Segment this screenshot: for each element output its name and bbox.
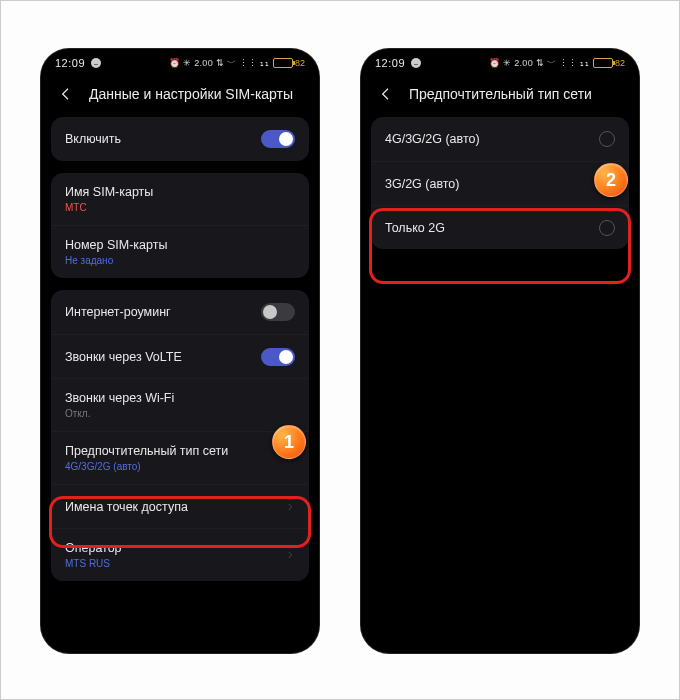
status-time: 12:09 <box>375 57 405 69</box>
toggle-enable[interactable] <box>261 130 295 148</box>
dnd-icon: – <box>91 58 101 68</box>
back-arrow-icon[interactable] <box>57 85 75 103</box>
toggle-volte[interactable] <box>261 348 295 366</box>
sim-name-value: МТС <box>65 202 295 213</box>
sim-number-label: Номер SIM-карты <box>65 238 295 252</box>
status-bar: 12:09 – ⏰ ✳ 2.00 ⇅ ﹀ ⋮⋮ ₁₁ 82 <box>361 49 639 77</box>
callout-badge-1: 1 <box>272 425 306 459</box>
status-indicators: ⏰ ✳ 2.00 ⇅ ﹀ ⋮⋮ ₁₁ <box>489 57 589 70</box>
net-type-label: Предпочтительный тип сети <box>65 444 285 458</box>
status-time: 12:09 <box>55 57 85 69</box>
page-title: Данные и настройки SIM-карты <box>89 86 293 102</box>
row-opt-3g[interactable]: 3G/2G (авто) <box>371 161 629 205</box>
battery-indicator: 82 <box>273 58 305 68</box>
row-opt-4g[interactable]: 4G/3G/2G (авто) <box>371 117 629 161</box>
wifi-calls-value: Откл. <box>65 408 295 419</box>
dnd-icon: – <box>411 58 421 68</box>
radio-4g[interactable] <box>599 131 615 147</box>
roaming-label: Интернет-роуминг <box>65 305 261 319</box>
radio-2g[interactable] <box>599 220 615 236</box>
row-wifi-calls[interactable]: Звонки через Wi-Fi Откл. <box>51 378 309 431</box>
sim-number-value: Не задано <box>65 255 295 266</box>
group-network: Интернет-роуминг Звонки через VoLTE Звон… <box>51 290 309 581</box>
toggle-roaming[interactable] <box>261 303 295 321</box>
row-sim-number[interactable]: Номер SIM-карты Не задано <box>51 225 309 278</box>
chevron-right-icon <box>285 498 295 516</box>
group-net-options: 4G/3G/2G (авто) 3G/2G (авто) Только 2G <box>371 117 629 249</box>
apn-label: Имена точек доступа <box>65 500 285 514</box>
back-arrow-icon[interactable] <box>377 85 395 103</box>
group-enable: Включить <box>51 117 309 161</box>
status-indicators: ⏰ ✳ 2.00 ⇅ ﹀ ⋮⋮ ₁₁ <box>169 57 269 70</box>
opt-4g-label: 4G/3G/2G (авто) <box>385 132 599 146</box>
row-volte[interactable]: Звонки через VoLTE <box>51 334 309 378</box>
page-header: Данные и настройки SIM-карты <box>41 77 319 117</box>
enable-label: Включить <box>65 132 261 146</box>
operator-label: Оператор <box>65 541 285 555</box>
row-apn[interactable]: Имена точек доступа <box>51 484 309 528</box>
status-bar: 12:09 – ⏰ ✳ 2.00 ⇅ ﹀ ⋮⋮ ₁₁ 82 <box>41 49 319 77</box>
net-type-value: 4G/3G/2G (авто) <box>65 461 285 472</box>
row-enable[interactable]: Включить <box>51 117 309 161</box>
page-title: Предпочтительный тип сети <box>409 86 592 102</box>
sim-name-label: Имя SIM-карты <box>65 185 295 199</box>
phone-sim-settings: 12:09 – ⏰ ✳ 2.00 ⇅ ﹀ ⋮⋮ ₁₁ 82 Данные и н… <box>41 49 319 653</box>
row-operator[interactable]: Оператор MTS RUS <box>51 528 309 581</box>
row-sim-name[interactable]: Имя SIM-карты МТС <box>51 173 309 225</box>
battery-indicator: 82 <box>593 58 625 68</box>
chevron-right-icon <box>285 546 295 564</box>
opt-3g-label: 3G/2G (авто) <box>385 177 599 191</box>
opt-2g-label: Только 2G <box>385 221 599 235</box>
row-net-type[interactable]: Предпочтительный тип сети 4G/3G/2G (авто… <box>51 431 309 484</box>
operator-value: MTS RUS <box>65 558 285 569</box>
group-sim-info: Имя SIM-карты МТС Номер SIM-карты Не зад… <box>51 173 309 278</box>
phone-net-type: 12:09 – ⏰ ✳ 2.00 ⇅ ﹀ ⋮⋮ ₁₁ 82 Предпочтит… <box>361 49 639 653</box>
row-opt-2g[interactable]: Только 2G <box>371 205 629 249</box>
callout-badge-2: 2 <box>594 163 628 197</box>
page-header: Предпочтительный тип сети <box>361 77 639 117</box>
wifi-calls-label: Звонки через Wi-Fi <box>65 391 295 405</box>
volte-label: Звонки через VoLTE <box>65 350 261 364</box>
row-roaming[interactable]: Интернет-роуминг <box>51 290 309 334</box>
